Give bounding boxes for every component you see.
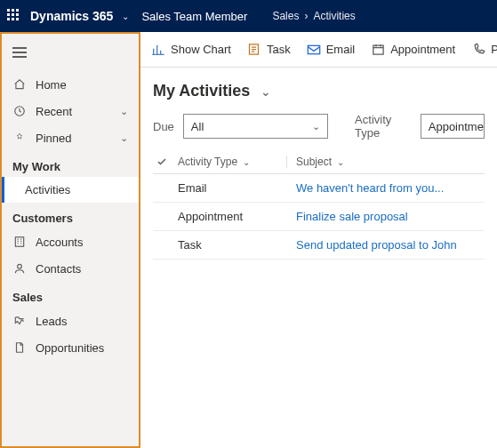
sidebar-item-leads[interactable]: Leads xyxy=(2,308,139,334)
breadcrumb-root[interactable]: Sales xyxy=(272,10,299,22)
subject-link[interactable]: We haven't heard from you... xyxy=(296,181,444,195)
col-subject[interactable]: Subject ⌄ xyxy=(296,156,485,168)
svg-point-2 xyxy=(18,264,22,268)
email-icon xyxy=(307,43,321,57)
sidebar-group-customers: Customers xyxy=(2,203,139,228)
hamburger-icon[interactable] xyxy=(12,47,130,58)
left-sidebar: Home Recent ⌄ Pinned ⌄ My Work Activitie… xyxy=(0,32,140,448)
chevron-down-icon: ⌄ xyxy=(120,106,128,117)
svg-rect-1 xyxy=(15,237,23,247)
sidebar-item-label: Home xyxy=(36,78,67,92)
subject-link[interactable]: Finalize sale proposal xyxy=(296,210,408,223)
clock-icon xyxy=(12,104,27,118)
due-label: Due xyxy=(153,120,174,133)
sidebar-item-recent[interactable]: Recent ⌄ xyxy=(2,98,139,124)
chevron-down-icon: ⌄ xyxy=(243,157,250,167)
svg-rect-4 xyxy=(308,45,319,53)
global-topbar: Dynamics 365 ⌄ Sales Team Member Sales ›… xyxy=(0,0,497,32)
breadcrumb: Sales › Activities xyxy=(272,10,355,22)
col-activity-type[interactable]: Activity Type ⌄ xyxy=(178,156,286,168)
grid-row[interactable]: Email We haven't heard from you... xyxy=(153,174,485,203)
grid-row[interactable]: Task Send updated proposal to John xyxy=(153,231,485,260)
chevron-down-icon: ⌄ xyxy=(337,157,344,167)
sidebar-item-home[interactable]: Home xyxy=(2,71,139,98)
command-bar: Show Chart Task Email Appointment xyxy=(140,32,497,68)
sidebar-item-label: Recent xyxy=(36,105,72,118)
sidebar-item-opportunities[interactable]: Opportunities xyxy=(2,334,139,361)
chart-icon xyxy=(151,43,165,57)
chevron-down-icon: ⌄ xyxy=(312,121,320,132)
app-launcher-icon[interactable] xyxy=(7,9,21,23)
sidebar-group-sales: Sales xyxy=(2,282,139,308)
task-icon xyxy=(247,43,261,57)
sidebar-item-activities[interactable]: Activities xyxy=(2,177,139,203)
grid-row[interactable]: Appointment Finalize sale proposal xyxy=(153,203,485,231)
cmd-appointment[interactable]: Appointment xyxy=(371,43,455,57)
building-icon xyxy=(12,235,27,249)
chevron-down-icon[interactable]: ⌄ xyxy=(122,12,129,21)
sidebar-item-label: Opportunities xyxy=(36,341,104,355)
grid-header: Activity Type ⌄ Subject ⌄ xyxy=(153,150,485,174)
chevron-down-icon: ⌄ xyxy=(261,84,271,99)
due-select[interactable]: All ⌄ xyxy=(183,114,328,139)
calendar-icon xyxy=(371,43,385,57)
sidebar-item-label: Accounts xyxy=(36,236,83,249)
sidebar-item-accounts[interactable]: Accounts xyxy=(2,228,139,255)
phone-icon xyxy=(471,43,485,57)
sidebar-item-pinned[interactable]: Pinned ⌄ xyxy=(2,124,139,151)
cmd-email[interactable]: Email xyxy=(307,43,356,57)
brand-label[interactable]: Dynamics 365 xyxy=(30,9,113,23)
pin-icon xyxy=(12,131,27,145)
cmd-show-chart[interactable]: Show Chart xyxy=(151,43,231,57)
home-icon xyxy=(12,77,27,92)
document-icon xyxy=(12,340,27,355)
person-icon xyxy=(12,261,27,276)
cmd-phone-call[interactable]: Phone Call xyxy=(471,43,497,57)
svg-rect-5 xyxy=(373,45,383,54)
subapp-label[interactable]: Sales Team Member xyxy=(141,10,247,23)
page-title[interactable]: My Activities ⌄ xyxy=(153,82,485,100)
sidebar-item-contacts[interactable]: Contacts xyxy=(2,255,139,282)
sidebar-item-label: Contacts xyxy=(36,262,81,276)
select-all-check[interactable] xyxy=(156,156,178,167)
leads-icon xyxy=(12,314,27,328)
cmd-task[interactable]: Task xyxy=(247,43,291,57)
activity-type-select[interactable]: Appointment,C xyxy=(421,114,485,139)
breadcrumb-leaf[interactable]: Activities xyxy=(313,10,355,22)
chevron-right-icon: › xyxy=(304,10,308,22)
sidebar-item-label: Pinned xyxy=(36,132,71,145)
sidebar-item-label: Activities xyxy=(25,183,70,196)
subject-link[interactable]: Send updated proposal to John xyxy=(296,238,457,252)
main-area: Show Chart Task Email Appointment xyxy=(140,32,497,448)
sidebar-item-label: Leads xyxy=(36,315,67,328)
chevron-down-icon: ⌄ xyxy=(120,132,128,144)
activity-type-label: Activity Type xyxy=(355,113,412,140)
sidebar-group-mywork: My Work xyxy=(2,151,139,177)
filter-row: Due All ⌄ Activity Type Appointment,C xyxy=(153,113,485,140)
